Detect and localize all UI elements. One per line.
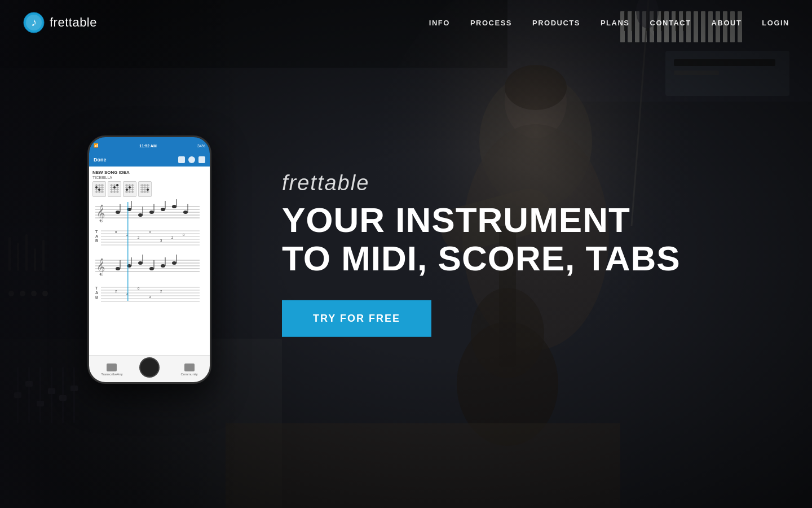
phone-tab-label-community: Community [180,373,197,376]
svg-point-151 [138,261,143,265]
phone-song-title: NEW SONG IDEA [92,170,206,175]
nav-link-info[interactable]: INFO [429,19,450,27]
phone-download-icon[interactable] [198,156,205,163]
svg-point-157 [172,261,176,265]
phone-home-area [89,383,210,384]
svg-point-147 [116,267,120,270]
phone-home-button[interactable] [139,357,160,378]
nav-link-about[interactable]: ABOUT [712,19,742,27]
phone-print-icon[interactable] [178,156,185,163]
svg-point-78 [98,189,100,191]
svg-point-104 [147,189,149,191]
svg-point-123 [183,211,188,214]
phone-screen: NEW SONG IDEA TICEBILLA [89,167,210,355]
svg-text:𝄞: 𝄞 [96,204,105,222]
svg-point-117 [149,211,154,214]
phone-done-button[interactable]: Done [94,157,107,163]
phone-carrier: 📶 [94,143,99,148]
logo-icon: ♪ [23,11,45,34]
nav-link-contact[interactable]: CONTACT [650,19,691,27]
hero-tagline-line2: TO MIDI, SCORE, TABS [282,239,681,278]
svg-point-87 [116,184,118,186]
svg-point-115 [138,213,143,217]
phone-artist: TICEBILLA [92,176,206,179]
svg-text:T: T [95,286,98,290]
phone-share-icon[interactable] [188,156,195,163]
svg-point-121 [172,205,176,208]
phone-header-icons [178,156,205,163]
chord-diagram-2 [108,181,121,197]
svg-text:𝄞: 𝄞 [96,258,105,276]
svg-point-153 [149,267,154,270]
phone-tab-label-transcribe: TranscribeAny [101,373,122,376]
logo-text: frettable [50,15,97,30]
logo-link[interactable]: ♪ frettable [23,11,97,34]
svg-text:T: T [95,230,98,234]
phone-music-notation: 𝄞 [92,199,202,323]
svg-point-96 [129,186,131,189]
svg-point-95 [126,189,128,191]
nav-link-login[interactable]: LOGIN [762,19,789,27]
svg-point-119 [161,208,165,211]
hero-tagline-line1: YOUR INSTRUMENT [282,201,681,239]
community-icon [184,364,195,371]
nav-link-products[interactable]: PRODUCTS [532,19,580,27]
transcribe-icon [107,364,117,371]
svg-text:B: B [95,295,98,299]
phone-time: 11:52 AM [139,144,156,148]
phone-chord-row [92,181,206,197]
phone-battery: 34% [197,144,205,148]
svg-text:A: A [95,291,98,295]
phone-tab-community[interactable]: Community [180,364,197,376]
phone-app-header: Done [89,154,210,167]
svg-text:A: A [95,234,98,238]
svg-point-77 [95,186,98,189]
svg-point-86 [113,186,116,189]
svg-rect-173 [127,202,129,301]
hero-brand-name: frettable [282,171,681,195]
chord-diagram-4 [138,181,152,197]
chord-diagram-3 [123,181,136,197]
svg-point-155 [161,264,165,268]
phone-tab-transcribe[interactable]: TranscribeAny [101,364,122,376]
chord-diagram-1 [92,181,106,197]
hero-section: ♪ frettable INFO PROCESS PRODUCTS PLANS … [0,0,812,508]
nav-link-process[interactable]: PROCESS [470,19,512,27]
svg-text:♪: ♪ [31,16,37,28]
phone-frame: 📶 11:52 AM 34% Done NEW SONG IDEA TICEBI… [87,135,211,384]
cta-button[interactable]: TRY FOR FREE [282,300,431,337]
phone-status-bar: 📶 11:52 AM 34% [89,137,210,154]
nav-link-plans[interactable]: PLANS [601,19,630,27]
phone-mockup: 📶 11:52 AM 34% Done NEW SONG IDEA TICEBI… [87,135,211,384]
nav-links: INFO PROCESS PRODUCTS PLANS CONTACT ABOU… [429,19,789,27]
hero-content: frettable YOUR INSTRUMENT TO MIDI, SCORE… [282,171,681,337]
svg-point-111 [116,211,120,214]
svg-text:B: B [95,239,98,243]
navbar: ♪ frettable INFO PROCESS PRODUCTS PLANS … [0,0,812,45]
